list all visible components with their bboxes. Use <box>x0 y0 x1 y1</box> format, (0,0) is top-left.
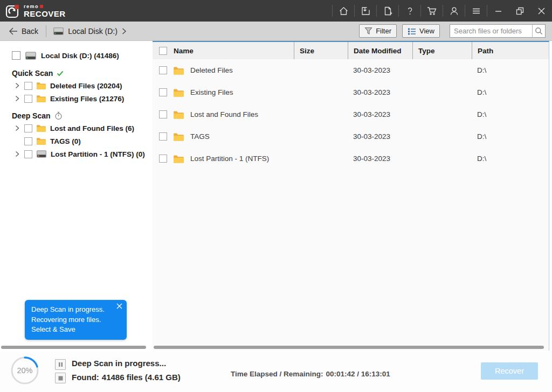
row-type <box>412 103 472 125</box>
pause-scan-button[interactable] <box>55 359 66 370</box>
row-name: Deleted Files <box>190 66 233 74</box>
stop-icon <box>58 376 63 381</box>
file-list-panel: Name Size Date Modified Type Path Delete… <box>153 41 549 351</box>
buy-button[interactable] <box>421 0 443 22</box>
view-button[interactable]: View <box>402 24 440 38</box>
brand-word-remo: remo <box>24 4 66 9</box>
check-icon <box>57 71 64 76</box>
view-label: View <box>419 27 434 35</box>
account-button[interactable] <box>443 0 465 22</box>
tree-item-existing-files[interactable]: Existing Files (21276) <box>14 92 150 105</box>
table-row[interactable]: Existing Files 30-03-2023 D:\ <box>153 81 549 103</box>
search-box <box>450 24 546 38</box>
item-checkbox[interactable] <box>24 95 32 103</box>
shopping-cart-icon <box>426 6 437 16</box>
tree-item-label: Existing Files (21276) <box>50 95 124 103</box>
tree-root-label: Local Disk (D:) (41486) <box>41 52 119 60</box>
minimize-button[interactable] <box>487 0 509 22</box>
item-checkbox[interactable] <box>24 137 32 145</box>
new-scan-button[interactable] <box>377 0 398 22</box>
row-name: Lost Partition - 1 (NTFS) <box>190 155 269 163</box>
toast-close-icon[interactable] <box>116 303 122 309</box>
restore-button[interactable] <box>509 0 530 22</box>
main-horizontal-scrollbar[interactable] <box>154 346 544 349</box>
row-size <box>294 125 348 148</box>
row-checkbox[interactable] <box>159 88 167 96</box>
search-submit[interactable] <box>532 25 545 37</box>
user-icon <box>449 6 459 16</box>
brand-word-recover: RECOVER <box>24 10 66 18</box>
filter-button[interactable]: Filter <box>359 24 397 38</box>
expand-chevron-icon[interactable] <box>14 125 20 131</box>
search-input[interactable] <box>450 27 532 35</box>
restore-window-icon <box>515 6 525 16</box>
row-checkbox[interactable] <box>159 132 167 141</box>
tree-item-lost-partition[interactable]: Lost Partition - 1 (NTFS) (0) <box>14 148 150 160</box>
content-area: Local Disk (D:) (41486) Quick Scan Delet… <box>0 41 552 351</box>
save-session-button[interactable] <box>355 0 376 22</box>
tree-item-lost-and-found[interactable]: Lost and Found Files (6) <box>14 122 150 135</box>
tree-root-local-disk[interactable]: Local Disk (D:) (41486) <box>12 48 150 62</box>
close-button[interactable] <box>530 0 552 22</box>
table-row[interactable]: TAGS 30-03-2023 D:\ <box>153 125 549 148</box>
expand-chevron-icon[interactable] <box>14 151 20 157</box>
expand-chevron-icon[interactable] <box>14 82 20 89</box>
row-path: D:\ <box>472 125 549 148</box>
tree-item-label: TAGS (0) <box>50 137 81 145</box>
quick-scan-label: Quick Scan <box>12 69 53 78</box>
table-row[interactable]: Deleted Files 30-03-2023 D:\ <box>153 59 549 81</box>
deep-scan-label: Deep Scan <box>12 111 51 120</box>
item-checkbox[interactable] <box>24 150 32 158</box>
recover-button[interactable]: Recover <box>481 362 538 380</box>
folder-icon <box>36 124 46 132</box>
stop-scan-button[interactable] <box>55 373 66 383</box>
back-button[interactable]: Back <box>4 24 43 39</box>
row-type <box>412 81 472 103</box>
home-button[interactable] <box>333 0 354 22</box>
new-file-icon <box>383 6 393 16</box>
row-size <box>294 148 348 170</box>
column-size[interactable]: Size <box>294 42 348 59</box>
folder-icon <box>36 137 46 145</box>
help-button[interactable] <box>399 0 420 22</box>
column-date-modified[interactable]: Date Modified <box>348 42 412 59</box>
tree-item-tags[interactable]: TAGS (0) <box>14 135 150 148</box>
file-list-body: Deleted Files 30-03-2023 D:\ Existing Fi… <box>153 59 549 351</box>
found-label: Found: <box>72 373 99 382</box>
drive-icon <box>25 51 37 60</box>
row-date: 30-03-2023 <box>348 81 412 103</box>
row-path: D:\ <box>472 59 549 81</box>
toast-line-1: Deep Scan in progress. <box>31 305 120 315</box>
folder-icon <box>173 132 184 142</box>
breadcrumb: Local Disk (D:) <box>50 27 130 36</box>
select-all-checkbox[interactable] <box>159 47 167 55</box>
row-checkbox[interactable] <box>159 66 167 74</box>
row-checkbox[interactable] <box>159 110 167 118</box>
table-row[interactable]: Lost Partition - 1 (NTFS) 30-03-2023 D:\ <box>153 148 549 170</box>
expand-chevron-icon[interactable] <box>14 95 20 102</box>
breadcrumb-location[interactable]: Local Disk (D:) <box>68 27 118 36</box>
item-checkbox[interactable] <box>24 82 32 90</box>
folder-icon <box>173 154 184 164</box>
column-path[interactable]: Path <box>472 42 549 59</box>
row-path: D:\ <box>472 81 549 103</box>
column-name[interactable]: Name <box>174 47 194 55</box>
scan-tree-sidebar: Local Disk (D:) (41486) Quick Scan Delet… <box>0 41 150 351</box>
folder-icon <box>36 94 46 103</box>
root-checkbox[interactable] <box>12 51 20 60</box>
lost-partition-drive-icon <box>36 150 47 158</box>
progress-ring: 20% <box>10 355 40 386</box>
titlebar-actions <box>332 0 552 22</box>
tree-item-deleted-files[interactable]: Deleted Files (20204) <box>14 79 150 92</box>
table-row[interactable]: Lost and Found Files 30-03-2023 D:\ <box>153 103 549 125</box>
list-view-icon <box>408 27 416 35</box>
import-download-icon <box>361 6 371 16</box>
menu-button[interactable] <box>465 0 487 22</box>
sidebar-horizontal-scrollbar[interactable] <box>1 346 146 349</box>
item-checkbox[interactable] <box>24 124 32 132</box>
row-checkbox[interactable] <box>159 155 167 163</box>
column-type[interactable]: Type <box>412 42 472 59</box>
row-date: 30-03-2023 <box>348 125 412 148</box>
progress-percent: 20% <box>10 355 40 386</box>
pause-icon <box>58 362 63 367</box>
